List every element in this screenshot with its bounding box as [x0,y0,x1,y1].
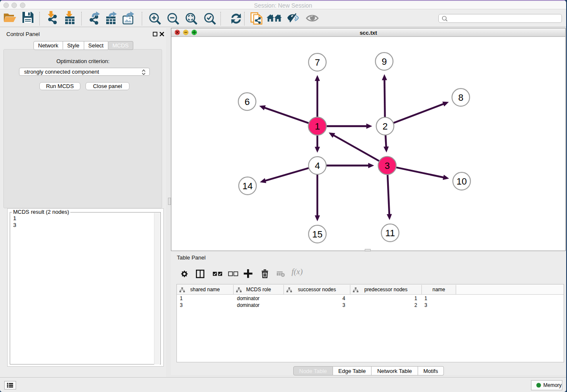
svg-text:8: 8 [458,92,463,103]
svg-text:2: 2 [383,121,388,132]
svg-text:6: 6 [245,97,250,107]
svg-text:7: 7 [315,57,320,68]
svg-text:3: 3 [385,160,390,171]
svg-text:4: 4 [315,160,320,171]
svg-text:9: 9 [382,56,387,67]
svg-text:15: 15 [312,229,322,240]
svg-text:14: 14 [242,181,253,191]
svg-text:11: 11 [385,228,395,238]
svg-text:1: 1 [315,121,320,132]
svg-text:10: 10 [457,176,467,187]
